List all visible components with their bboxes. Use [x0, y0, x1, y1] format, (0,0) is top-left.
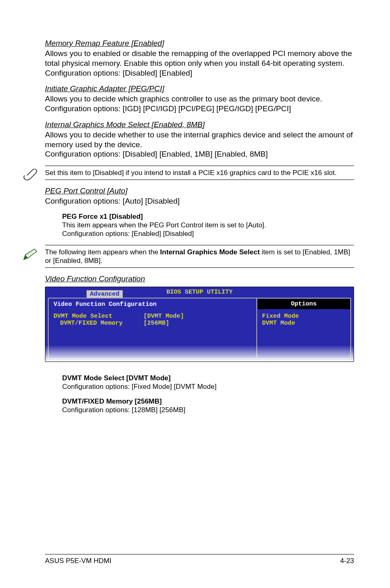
- section-title-initiate-graphic: Initiate Graphic Adapter [PEG/PCI]: [45, 84, 354, 93]
- note-rule-top-2: [45, 245, 354, 245]
- pencil-icon: [22, 248, 39, 261]
- section-body-initiate-graphic: Allows you to decide which graphics cont…: [45, 94, 354, 114]
- bios-val-dvmt-mode: [DVMT Mode]: [143, 313, 184, 320]
- note-rule-bottom: [45, 180, 354, 180]
- note-block-igms: The following item appears when the Inte…: [22, 245, 354, 268]
- bios-config-title: Video Function Configuration: [54, 301, 251, 308]
- sub-heading-dvmt-mode: DVMT Mode Select [DVMT Mode]: [62, 374, 354, 382]
- sub-text-dvmt-mode: Configuration options: [Fixed Mode] [DVM…: [62, 382, 354, 391]
- section-title-memory-remap: Memory Remap Feature [Enabled]: [45, 39, 354, 48]
- section-body-internal-graphics-2: Configuration options: [Disabled] [Enabl…: [45, 149, 354, 159]
- subsection-dvmt-mode: DVMT Mode Select [DVMT Mode] Configurati…: [62, 374, 354, 391]
- bios-key-dvmt-mode: DVMT Mode Select: [54, 313, 143, 320]
- sub-heading-dvmt-memory: DVMT/FIXED Memory [256MB]: [62, 397, 354, 406]
- page-footer: ASUS P5E-VM HDMI 4-23: [45, 554, 354, 565]
- note-text-igms-bold: Internal Graphics Mode Select: [160, 248, 260, 256]
- section-title-video-func: Video Function Configuration: [45, 274, 354, 283]
- footer-left: ASUS P5E-VM HDMI: [45, 557, 111, 565]
- sub-heading-peg-force: PEG Force x1 [Disabled]: [62, 213, 354, 221]
- section-body-memory-remap: Allows you to enabled or disable the rem…: [45, 49, 354, 78]
- subsection-peg-force: PEG Force x1 [Disabled] This item appear…: [62, 213, 354, 238]
- bios-screenshot: BIOS SETUP UTILITY Advanced Video Functi…: [45, 287, 354, 362]
- section-title-internal-graphics: Internal Graphics Mode Select [Enabled, …: [45, 120, 354, 129]
- bios-options-header: Options: [258, 299, 350, 309]
- note-text-pcie: Set this item to [Disabled] if you inten…: [45, 168, 354, 177]
- section-body-internal-graphics-1: Allows you to decide whether to use the …: [45, 130, 354, 150]
- footer-right: 4-23: [340, 557, 354, 565]
- bios-option-dvmt: DVMT Mode: [262, 320, 345, 327]
- note-rule-top: [45, 166, 354, 166]
- note-text-igms-pre: The following item appears when the: [45, 248, 160, 256]
- note-block-pcie: Set this item to [Disabled] if you inten…: [22, 166, 354, 180]
- section-body-peg-port: Configuration options: [Auto] [Disabled]: [45, 196, 354, 206]
- bios-tab-advanced: Advanced: [86, 290, 123, 298]
- bios-val-dvmt-memory: [256MB]: [143, 320, 169, 327]
- bios-row-dvmt-mode: DVMT Mode Select [DVMT Mode]: [54, 313, 251, 320]
- sub-text-peg-force-1: This item appears when the PEG Port Cont…: [62, 221, 354, 229]
- note-rule-bottom-2: [45, 267, 354, 268]
- bios-option-fixed: Fixed Mode: [262, 313, 345, 320]
- section-title-peg-port: PEG Port Control [Auto]: [45, 186, 354, 195]
- subsection-dvmt-memory: DVMT/FIXED Memory [256MB] Configuration …: [62, 397, 354, 414]
- bios-row-dvmt-memory: DVMT/FIXED Memory [256MB]: [54, 320, 251, 327]
- note-text-igms: The following item appears when the Inte…: [45, 248, 354, 265]
- sub-text-peg-force-2: Configuration options: [Enabled] [Disabl…: [62, 229, 354, 238]
- paperclip-icon: [22, 169, 39, 182]
- bios-key-dvmt-memory: DVMT/FIXED Memory: [60, 320, 143, 327]
- sub-text-dvmt-memory: Configuration options: [128MB] [256MB]: [62, 406, 354, 414]
